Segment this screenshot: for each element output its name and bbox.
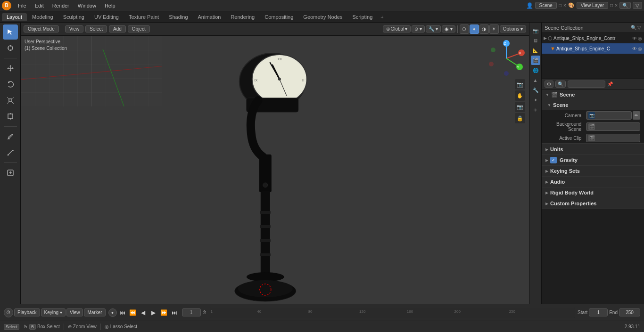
add-tool[interactable]	[3, 165, 18, 180]
wireframe-shading[interactable]: ⬡	[460, 24, 469, 34]
rendered-shading[interactable]: ☀	[489, 24, 499, 34]
audio-header[interactable]: ▶ Audio	[542, 177, 644, 187]
camera-field[interactable]: 📷	[586, 111, 632, 120]
menu-file[interactable]: File	[14, 2, 30, 9]
modifier-properties-icon[interactable]: 🔧	[531, 85, 540, 95]
filter-icon[interactable]: ▽	[637, 25, 641, 30]
snap-btn[interactable]: 📷	[515, 102, 525, 112]
view-layer-icon[interactable]: 📐	[531, 46, 540, 55]
pivot-point[interactable]: ⊙ ▾	[412, 25, 425, 32]
jump-start-btn[interactable]: ⏮	[118, 308, 127, 317]
keying-sets-header[interactable]: ▶ Keying Sets	[542, 166, 644, 176]
eye-icon-0[interactable]: 👁	[632, 36, 637, 41]
tab-uv-editing[interactable]: UV Editing	[90, 13, 124, 21]
step-forward-btn[interactable]: ⏩	[159, 308, 169, 317]
props-pin-btn[interactable]: 📌	[607, 81, 613, 87]
active-clip-field[interactable]: 🎬	[586, 134, 640, 142]
solid-shading[interactable]: ●	[470, 24, 479, 34]
transform-tool[interactable]	[3, 109, 18, 124]
play-btn[interactable]: ▶	[149, 308, 158, 317]
camera-view-btn[interactable]: 📷	[515, 79, 525, 89]
annotate-tool[interactable]	[3, 129, 18, 144]
scene-properties-icon[interactable]: 🎬	[531, 56, 540, 65]
tab-animation[interactable]: Animation	[193, 13, 226, 21]
object-mode-selector[interactable]: Object Mode	[24, 25, 59, 32]
select-menu[interactable]: Select	[85, 25, 107, 32]
select-tool[interactable]	[3, 24, 18, 40]
add-workspace-tab[interactable]: +	[378, 13, 386, 21]
rigid-body-header[interactable]: ▶ Rigid Body World	[542, 187, 644, 198]
marker-menu[interactable]: Marker	[84, 308, 105, 316]
menu-render[interactable]: Render	[49, 2, 73, 9]
object-properties-icon[interactable]: ▲	[531, 75, 540, 85]
search-btn[interactable]: 🔍	[619, 2, 631, 9]
viewport[interactable]: Object Mode View Select Add Object ⊕ Glo…	[21, 23, 529, 304]
tab-geometry-nodes[interactable]: Geometry Nodes	[298, 13, 347, 21]
cursor-tool[interactable]	[3, 40, 18, 56]
tab-scripting[interactable]: Scripting	[347, 13, 377, 21]
menu-help[interactable]: Help	[101, 2, 119, 9]
scene-selector[interactable]: Scene	[535, 2, 557, 9]
output-properties-icon[interactable]: 🖥	[531, 36, 540, 45]
units-section-header[interactable]: ▶ Units	[542, 144, 644, 154]
add-menu[interactable]: Add	[109, 25, 126, 32]
timeline-ruler[interactable]: 1 40 80 120 160 200 250	[210, 308, 575, 318]
view-menu[interactable]: View	[65, 25, 84, 32]
outliner-item-object[interactable]: ▼ Antique_Ships_Engine_C 👁 ◎	[542, 43, 644, 54]
physics-properties-icon[interactable]: ⚛	[531, 105, 540, 114]
transform-space[interactable]: ⊕ Global ▾	[383, 25, 411, 32]
particles-properties-icon[interactable]: ✦	[531, 95, 540, 105]
timeline-clock-icon[interactable]: ⏱	[4, 308, 13, 317]
props-search[interactable]: 🔍	[555, 81, 566, 88]
props-filter-btn[interactable]: ⚙	[545, 81, 553, 88]
view-layer-selector[interactable]: View Layer	[577, 2, 608, 9]
scene-section-header[interactable]: ▼ 🎬 Scene	[542, 89, 644, 100]
scale-tool[interactable]	[3, 93, 18, 108]
tab-sculpting[interactable]: Sculpting	[58, 13, 89, 21]
view-timeline-menu[interactable]: View	[66, 308, 83, 316]
tab-modeling[interactable]: Modeling	[27, 13, 58, 21]
scene-subsection-header[interactable]: ▼ Scene	[542, 100, 644, 110]
record-btn[interactable]: ●	[108, 308, 117, 317]
start-frame[interactable]: 1	[589, 308, 608, 316]
bg-scene-field[interactable]: 🎬	[586, 122, 640, 131]
menu-edit[interactable]: Edit	[31, 2, 48, 9]
filter-btn[interactable]: ▽	[633, 2, 642, 9]
select-restrict-icon-0[interactable]: ◎	[638, 36, 642, 41]
proportional-edit[interactable]: ◉ ▾	[442, 25, 455, 32]
tab-texture-paint[interactable]: Texture Paint	[124, 13, 164, 21]
custom-props-header[interactable]: ▶ Custom Properties	[542, 198, 644, 209]
jump-end-btn[interactable]: ⏭	[170, 308, 179, 317]
select-restrict-icon-1[interactable]: ◎	[638, 46, 642, 51]
end-frame[interactable]: 250	[619, 308, 640, 316]
material-preview-shading[interactable]: ◑	[479, 24, 489, 34]
eye-icon-1[interactable]: 👁	[632, 46, 637, 51]
world-properties-icon[interactable]: 🌐	[531, 65, 540, 75]
lock-btn[interactable]: 🔒	[515, 113, 525, 123]
render-properties-icon[interactable]: 📷	[531, 26, 540, 35]
camera-edit-btn[interactable]: ✏	[633, 111, 640, 120]
gravity-checkbox[interactable]: ✓	[550, 157, 557, 163]
move-tool[interactable]	[3, 61, 18, 76]
rotate-tool[interactable]	[3, 77, 18, 92]
snap-toggle[interactable]: 🔧 ▾	[426, 25, 441, 32]
current-frame[interactable]: 1	[182, 308, 201, 316]
playback-menu[interactable]: Playback	[14, 308, 40, 316]
menu-window[interactable]: Window	[74, 2, 100, 9]
tab-compositing[interactable]: Compositing	[260, 13, 298, 21]
custom-props-arrow: ▶	[545, 202, 548, 206]
props-search-input[interactable]	[568, 81, 605, 88]
measure-tool[interactable]	[3, 145, 18, 160]
step-back-btn[interactable]: ⏪	[128, 308, 138, 317]
tab-layout[interactable]: Layout	[2, 13, 27, 21]
keying-menu[interactable]: Keying ▾	[41, 308, 66, 316]
tab-rendering[interactable]: Rendering	[226, 13, 259, 21]
tab-shading[interactable]: Shading	[164, 13, 192, 21]
play-back-btn[interactable]: ◀	[139, 308, 148, 317]
pan-btn[interactable]: ✋	[515, 90, 525, 101]
options-btn[interactable]: Options ▾	[500, 25, 526, 32]
object-menu[interactable]: Object	[128, 25, 150, 32]
outliner-item-collection[interactable]: ▶ ⬡ Antique_Ships_Engine_Contr 👁 ◎	[542, 33, 644, 43]
gravity-section-header[interactable]: ▶ ✓ Gravity	[542, 155, 644, 165]
outliner-search-icon[interactable]: 🔍	[631, 25, 636, 30]
